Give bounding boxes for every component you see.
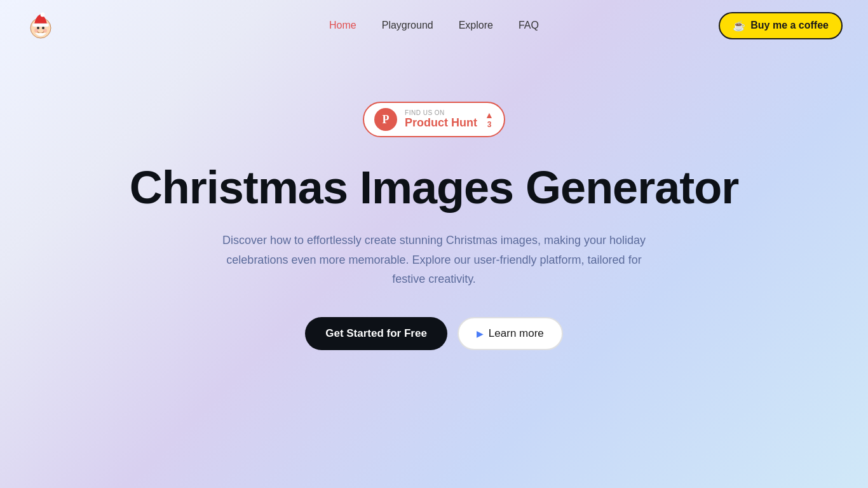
ph-logo-circle: P — [374, 108, 397, 131]
nav-explore[interactable]: Explore — [459, 20, 493, 31]
learn-more-button[interactable]: ▶ Learn more — [458, 317, 563, 350]
buy-me-coffee-button[interactable]: ☕ Buy me a coffee — [719, 12, 843, 39]
ph-find-us-label: FIND US ON — [405, 109, 445, 116]
ph-upvote-arrow-icon: ▲ — [485, 110, 494, 120]
svg-point-5 — [34, 29, 38, 32]
logo[interactable] — [25, 10, 56, 41]
svg-point-4 — [42, 27, 44, 29]
bmc-label: Buy me a coffee — [750, 20, 829, 31]
hero-heading: Christmas Images Generator — [130, 163, 738, 213]
svg-point-2 — [41, 13, 45, 17]
hero-description: Discover how to effortlessly create stun… — [218, 231, 650, 289]
hero-section: P FIND US ON Product Hunt ▲ 3 Christmas … — [0, 51, 868, 350]
nav-faq[interactable]: FAQ — [519, 20, 539, 31]
nav-playground[interactable]: Playground — [382, 20, 433, 31]
ph-upvote-block: ▲ 3 — [485, 110, 494, 129]
svg-point-6 — [43, 29, 47, 32]
svg-rect-1 — [32, 24, 49, 27]
logo-icon — [25, 10, 56, 41]
get-started-button[interactable]: Get Started for Free — [305, 317, 447, 350]
coffee-icon: ☕ — [733, 20, 745, 32]
svg-point-3 — [37, 27, 39, 29]
ph-text-block: FIND US ON Product Hunt — [405, 109, 477, 130]
nav-home[interactable]: Home — [329, 20, 356, 31]
main-nav: Home Playground Explore FAQ — [329, 20, 539, 31]
ph-name-label: Product Hunt — [405, 116, 477, 130]
cta-row: Get Started for Free ▶ Learn more — [305, 317, 563, 350]
product-hunt-badge[interactable]: P FIND US ON Product Hunt ▲ 3 — [363, 102, 505, 137]
learn-more-label: Learn more — [489, 327, 544, 340]
ph-upvote-count: 3 — [487, 120, 492, 129]
play-icon: ▶ — [477, 329, 484, 339]
